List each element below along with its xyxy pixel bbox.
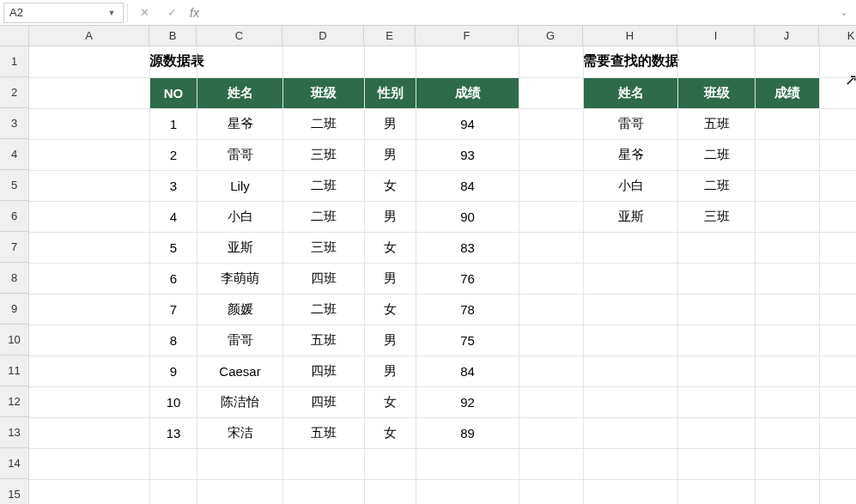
table-cell[interactable]: 亚斯 — [584, 202, 678, 233]
table-cell[interactable]: 女 — [365, 233, 416, 264]
select-all-corner[interactable] — [0, 26, 29, 46]
row-header-1[interactable]: 1 — [0, 46, 28, 77]
table-cell[interactable]: 男 — [365, 325, 416, 356]
column-header-A[interactable]: A — [29, 26, 149, 46]
table-cell[interactable]: 75 — [416, 325, 519, 356]
cancel-icon[interactable]: ✕ — [135, 3, 154, 22]
source-header-cell[interactable]: 性别 — [365, 78, 416, 109]
lookup-header-cell[interactable]: 成绩 — [756, 78, 820, 109]
row-header-14[interactable]: 14 — [0, 448, 28, 479]
table-cell[interactable]: 二班 — [283, 109, 365, 140]
table-cell[interactable]: 雷哥 — [197, 325, 283, 356]
table-cell[interactable]: 5 — [150, 233, 197, 264]
table-row[interactable]: 小白二班 — [584, 171, 820, 202]
table-cell[interactable]: 女 — [365, 171, 416, 202]
table-row[interactable]: 5亚斯三班女83 — [150, 233, 519, 264]
table-cell[interactable]: 2 — [150, 140, 197, 171]
table-cell[interactable] — [756, 171, 820, 202]
column-header-C[interactable]: C — [197, 26, 282, 46]
table-cell[interactable]: 三班 — [283, 233, 365, 264]
lookup-data-table[interactable]: 姓名班级成绩雷哥五班星爷二班小白二班亚斯三班 — [583, 77, 820, 233]
table-cell[interactable]: 93 — [416, 140, 519, 171]
table-cell[interactable]: 五班 — [283, 418, 365, 449]
table-cell[interactable]: 四班 — [283, 356, 365, 387]
table-cell[interactable]: 星爷 — [197, 109, 283, 140]
table-cell[interactable]: 颜媛 — [197, 295, 283, 325]
table-cell[interactable]: 二班 — [678, 171, 756, 202]
table-cell[interactable]: 84 — [416, 356, 519, 387]
row-header-12[interactable]: 12 — [0, 386, 28, 417]
table-cell[interactable]: 四班 — [283, 387, 365, 418]
row-header-10[interactable]: 10 — [0, 325, 28, 355]
table-cell[interactable]: 李萌萌 — [197, 264, 283, 295]
table-cell[interactable]: 亚斯 — [197, 233, 283, 264]
table-row[interactable]: 雷哥五班 — [584, 109, 820, 140]
row-header-3[interactable]: 3 — [0, 108, 28, 139]
column-header-B[interactable]: B — [149, 26, 197, 46]
expand-formula-icon[interactable]: ⌄ — [835, 4, 853, 21]
table-cell[interactable]: 小白 — [197, 202, 283, 233]
cell-area[interactable]: 源数据表 需要查找的数据 NO姓名班级性别成绩1星爷二班男942雷哥三班男933… — [29, 46, 856, 504]
row-header-9[interactable]: 9 — [0, 294, 28, 325]
column-header-K[interactable]: K — [819, 26, 856, 46]
table-cell[interactable]: 男 — [365, 356, 416, 387]
table-cell[interactable]: 男 — [365, 140, 416, 171]
column-header-H[interactable]: H — [583, 26, 677, 46]
table-cell[interactable]: 13 — [150, 418, 197, 449]
table-cell[interactable]: 90 — [416, 202, 519, 233]
table-cell[interactable]: 83 — [416, 233, 519, 264]
source-header-cell[interactable]: 姓名 — [197, 78, 283, 109]
table-cell[interactable]: 二班 — [283, 295, 365, 325]
table-row[interactable]: 10陈洁怡四班女92 — [150, 387, 519, 418]
table-cell[interactable]: 星爷 — [584, 140, 678, 171]
table-cell[interactable]: 4 — [150, 202, 197, 233]
table-cell[interactable]: 男 — [365, 109, 416, 140]
table-cell[interactable]: 78 — [416, 295, 519, 325]
source-header-cell[interactable]: 成绩 — [416, 78, 519, 109]
table-cell[interactable]: 89 — [416, 418, 519, 449]
lookup-header-cell[interactable]: 姓名 — [584, 78, 678, 109]
row-header-8[interactable]: 8 — [0, 263, 28, 294]
column-header-E[interactable]: E — [364, 26, 416, 46]
row-header-5[interactable]: 5 — [0, 170, 28, 201]
row-header-4[interactable]: 4 — [0, 139, 28, 170]
column-header-I[interactable]: I — [677, 26, 755, 46]
table-cell[interactable]: 二班 — [283, 202, 365, 233]
row-header-2[interactable]: 2 — [0, 77, 28, 108]
column-header-J[interactable]: J — [755, 26, 819, 46]
table-cell[interactable]: 雷哥 — [584, 109, 678, 140]
table-cell[interactable]: 94 — [416, 109, 519, 140]
table-cell[interactable]: 二班 — [678, 140, 756, 171]
table-row[interactable]: 星爷二班 — [584, 140, 820, 171]
table-cell[interactable]: 1 — [150, 109, 197, 140]
table-cell[interactable]: 五班 — [283, 325, 365, 356]
table-cell[interactable]: 92 — [416, 387, 519, 418]
table-cell[interactable]: 女 — [365, 387, 416, 418]
table-cell[interactable]: 8 — [150, 325, 197, 356]
table-row[interactable]: 8雷哥五班男75 — [150, 325, 519, 356]
table-cell[interactable]: 男 — [365, 264, 416, 295]
source-header-cell[interactable]: 班级 — [283, 78, 365, 109]
table-cell[interactable]: 三班 — [678, 202, 756, 233]
table-cell[interactable]: 三班 — [283, 140, 365, 171]
table-row[interactable]: 3Lily二班女84 — [150, 171, 519, 202]
row-header-13[interactable]: 13 — [0, 417, 28, 448]
table-row[interactable]: 1星爷二班男94 — [150, 109, 519, 140]
row-header-7[interactable]: 7 — [0, 232, 28, 263]
fx-label[interactable]: fx — [190, 6, 199, 20]
lookup-header-cell[interactable]: 班级 — [678, 78, 756, 109]
table-row[interactable]: 6李萌萌四班男76 — [150, 264, 519, 295]
table-cell[interactable] — [756, 140, 820, 171]
table-cell[interactable]: 男 — [365, 202, 416, 233]
column-header-G[interactable]: G — [519, 26, 583, 46]
table-cell[interactable]: 9 — [150, 356, 197, 387]
formula-input[interactable] — [206, 3, 835, 23]
row-header-11[interactable]: 11 — [0, 355, 28, 386]
table-cell[interactable] — [756, 202, 820, 233]
table-cell[interactable]: 76 — [416, 264, 519, 295]
check-icon[interactable]: ✓ — [162, 3, 181, 22]
table-cell[interactable]: 女 — [365, 418, 416, 449]
row-header-6[interactable]: 6 — [0, 201, 28, 232]
table-cell[interactable]: 女 — [365, 295, 416, 325]
table-row[interactable]: 2雷哥三班男93 — [150, 140, 519, 171]
